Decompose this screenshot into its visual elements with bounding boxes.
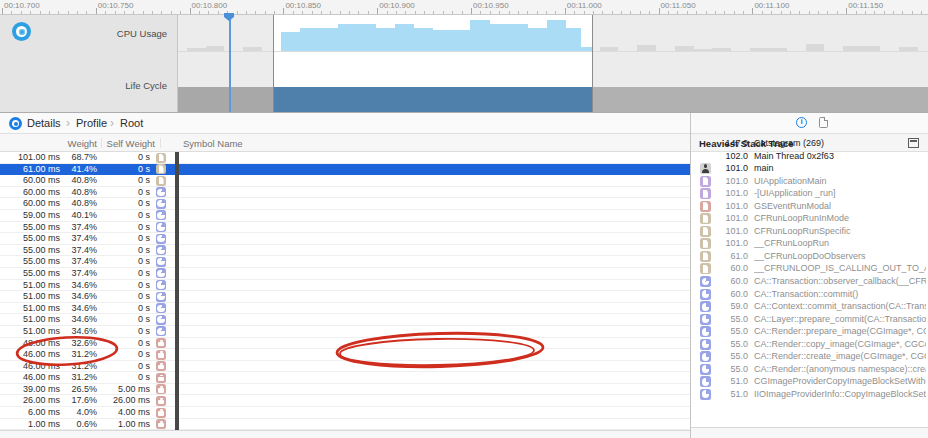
description-icon[interactable] xyxy=(819,117,828,128)
cpu-bar xyxy=(675,46,694,51)
stack-row[interactable]: 55.0CA::Render::create_image(CGImage*, C… xyxy=(691,350,928,363)
qc-library-icon xyxy=(156,315,166,325)
weight-percent: 34.6% xyxy=(62,326,97,337)
breadcrumb-item-profile[interactable]: Profile xyxy=(76,117,107,129)
weight-value: 55.00 ms xyxy=(0,256,60,267)
instruments-window: 00:10.70000:10.75000:10.80000:10.85000:1… xyxy=(0,0,928,438)
time-profiler-instrument-icon[interactable] xyxy=(12,22,31,41)
table-row[interactable]: 55.00 ms37.4%0 s▼CA::Render::(anonymous … xyxy=(0,268,690,280)
stack-row[interactable]: 101.0-[UIApplication _run] xyxy=(691,187,928,200)
weight-value: 1.00 ms xyxy=(0,419,60,430)
column-header-symbol-name[interactable]: Symbol Name xyxy=(183,138,243,149)
aj-library-icon xyxy=(156,419,166,429)
table-row[interactable]: 55.00 ms37.4%0 s▼CA::Render::copy_image(… xyxy=(0,245,690,257)
stack-row[interactable]: 51.0IIOImageProviderInfo::CopyImageBlock… xyxy=(691,388,928,401)
stack-weight: 60.0 xyxy=(707,275,748,288)
table-row[interactable]: 48.00 ms32.6%0 s▼applejpeg_decode_image_… xyxy=(0,338,690,350)
track-content[interactable] xyxy=(178,15,928,112)
stack-row[interactable]: 55.0CA::Render::prepare_image(CGImage*, … xyxy=(691,325,928,338)
track-area[interactable]: CPU Usage Life Cycle xyxy=(0,15,928,112)
stack-weight: 55.0 xyxy=(707,363,748,376)
table-row[interactable]: 51.00 ms34.6%0 s▼CGImageProviderCopyImag… xyxy=(0,280,690,292)
table-row[interactable]: 51.00 ms34.6%0 s▼IIOImageProviderInfo::C… xyxy=(0,291,690,303)
stack-row[interactable]: 51.0CGImageProviderCopyImageBlockSetWith… xyxy=(691,375,928,388)
cpu-bar xyxy=(395,24,414,51)
table-row[interactable]: 61.00 ms41.4%0 s▼__CFRunLoopDoObserversC… xyxy=(0,164,690,176)
stack-row[interactable]: 55.0CA::Render::copy_image(CGImage*, CGC… xyxy=(691,338,928,351)
table-row[interactable]: 59.00 ms40.1%0 s▼CA::Context::commit_tra… xyxy=(0,210,690,222)
qc-library-icon xyxy=(156,280,166,290)
ruler-label: 00:11.050 xyxy=(661,1,696,10)
symbol-column-divider[interactable] xyxy=(175,152,179,433)
breadcrumb-bar: Details › Profile › Root xyxy=(0,113,690,134)
breadcrumb-item-root[interactable]: Root xyxy=(120,117,143,129)
stack-row[interactable]: 101.0GSEventRunModal xyxy=(691,200,928,213)
horizontal-scrollbar[interactable] xyxy=(0,430,690,438)
stack-row[interactable]: 61.0__CFRunLoopDoObservers xyxy=(691,250,928,263)
stack-row[interactable]: 55.0CA::Layer::prepare_commit(CA::Transa… xyxy=(691,313,928,326)
details-icon[interactable] xyxy=(9,117,22,130)
column-separator[interactable] xyxy=(160,138,161,148)
timeline-ruler[interactable]: 00:10.70000:10.75000:10.80000:10.85000:1… xyxy=(0,0,928,14)
table-row[interactable]: 60.00 ms40.8%0 s▼CA::Transaction::observ… xyxy=(0,187,690,199)
stack-weight: 101.0 xyxy=(707,187,748,200)
self-weight-value: 0 s xyxy=(98,245,150,256)
cpu-bar xyxy=(433,30,470,51)
info-icon[interactable]: i xyxy=(796,117,807,128)
column-header-self-weight[interactable]: Self Weight xyxy=(100,138,155,149)
table-row[interactable]: 26.00 ms17.6%26.00 msaj_prog_decode_AC_r… xyxy=(0,395,690,407)
table-row[interactable]: 6.00 ms4.0%4.00 ms▶aj_find_and_handle_ma… xyxy=(0,407,690,419)
selection-start-edge[interactable] xyxy=(273,15,274,112)
stack-row[interactable]: 60.0CA::Transaction::observer_callback(_… xyxy=(691,275,928,288)
table-row[interactable]: 46.00 ms31.2%0 s▼fill_coeff_bufferAppleJ… xyxy=(0,372,690,384)
table-row[interactable]: 60.00 ms40.8%0 s▼__CFRUNLOOP_IS_CALLING_… xyxy=(0,175,690,187)
stack-row[interactable]: 102.0Main Thread 0x2f63 xyxy=(691,150,928,163)
playhead-flag[interactable] xyxy=(224,13,234,21)
stack-row[interactable]: 101.0UIApplicationMain xyxy=(691,175,928,188)
stack-row[interactable]: 147.0Catstagram (269) xyxy=(691,137,928,150)
stack-row[interactable]: 101.0CFRunLoopRunInMode xyxy=(691,212,928,225)
stack-row[interactable]: 60.0__CFRUNLOOP_IS_CALLING_OUT_TO_AN_O… xyxy=(691,262,928,275)
weight-value: 46.00 ms xyxy=(0,372,60,383)
table-row[interactable]: 55.00 ms37.4%0 s▼CA::Render::prepare_ima… xyxy=(0,233,690,245)
selection-end-edge[interactable] xyxy=(592,15,593,112)
qc-library-icon xyxy=(156,257,166,267)
cpu-bar xyxy=(843,46,880,51)
aj-library-icon xyxy=(156,338,166,348)
stack-row[interactable]: 55.0CA::Render::(anonymous namespace)::c… xyxy=(691,363,928,376)
playhead[interactable] xyxy=(229,14,231,112)
stack-symbol-name: Main Thread 0x2f63 xyxy=(754,150,926,163)
stack-weight: 61.0 xyxy=(707,250,748,263)
table-row[interactable]: 101.00 ms68.7%0 s▼__CFRunLoopRunCoreFoun… xyxy=(0,152,690,164)
horizontal-scrollbar[interactable] xyxy=(691,427,928,438)
table-row[interactable]: 46.00 ms31.2%0 s▼aj_decode_allAppleJPEG xyxy=(0,361,690,373)
self-weight-value: 5.00 ms xyxy=(98,384,150,395)
stack-symbol-name: CA::Transaction::commit() xyxy=(754,288,926,301)
table-row[interactable]: 55.00 ms37.4%0 s▼CA::Layer::prepare_comm… xyxy=(0,222,690,234)
table-row[interactable]: 51.00 ms34.6%0 s▼IIOImageProviderInfo::c… xyxy=(0,303,690,315)
table-row[interactable]: 39.00 ms26.5%5.00 ms▼aj_mcu_decode_progr… xyxy=(0,384,690,396)
column-header-weight[interactable]: Weight xyxy=(0,138,97,149)
table-row[interactable]: 60.00 ms40.8%0 s▼CA::Transaction::commit… xyxy=(0,198,690,210)
table-row[interactable]: 51.00 ms34.6%0 s▼AppleJPEGReadPlugin::co… xyxy=(0,326,690,338)
column-separator[interactable] xyxy=(101,138,102,148)
qc-library-icon xyxy=(156,187,166,197)
stack-symbol-name: CA::Layer::prepare_commit(CA::Transactio… xyxy=(754,313,926,326)
table-row[interactable]: 55.00 ms37.4%0 s▼CA::Render::create_imag… xyxy=(0,256,690,268)
ruler-label: 00:10.900 xyxy=(379,1,415,10)
breadcrumb-item-details[interactable]: Details xyxy=(27,117,61,129)
breadcrumb-separator-icon: › xyxy=(66,116,70,130)
table-row[interactable]: 46.00 ms31.2%0 s▼aj_decode_all_mtAppleJP… xyxy=(0,349,690,361)
self-weight-value: 0 s xyxy=(98,361,150,372)
stack-row[interactable]: 101.0CFRunLoopRunSpecific xyxy=(691,225,928,238)
stack-row[interactable]: 59.0CA::Context::commit_transaction(CA::… xyxy=(691,300,928,313)
stack-row[interactable]: 101.0__CFRunLoopRun xyxy=(691,237,928,250)
table-row[interactable]: 1.00 ms0.6%1.00 msaj_prog_decode_DC_firs… xyxy=(0,419,690,431)
cpu-bar xyxy=(712,48,731,51)
stack-row[interactable]: 60.0CA::Transaction::commit() xyxy=(691,288,928,301)
stack-row[interactable]: 101.0main xyxy=(691,162,928,175)
qc-library-icon xyxy=(156,234,166,244)
weight-percent: 40.8% xyxy=(62,187,97,198)
table-row[interactable]: 51.00 ms34.6%0 s▼AppleJPEGReadPlugin::Co… xyxy=(0,314,690,326)
qc-library-icon xyxy=(156,268,166,278)
